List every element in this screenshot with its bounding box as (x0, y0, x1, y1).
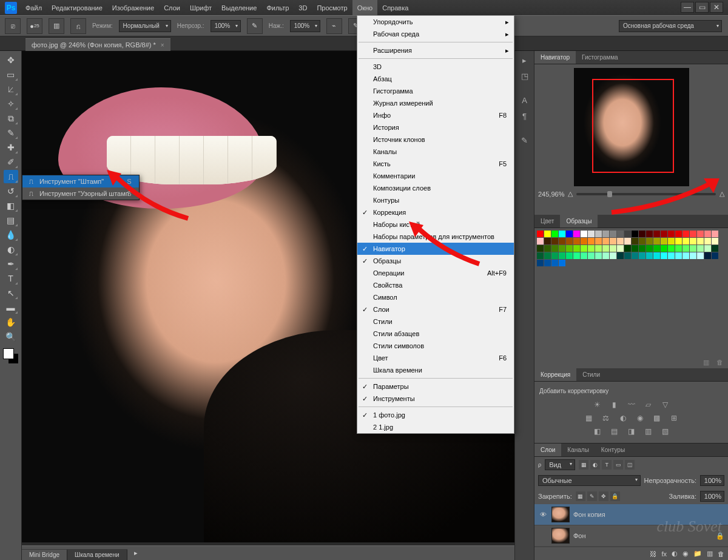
adj-curves-icon[interactable]: 〰 (626, 399, 637, 410)
swatch[interactable] (551, 238, 558, 245)
adj-lookup-icon[interactable]: ⊞ (669, 413, 679, 423)
quick-select-tool[interactable]: ✧ (4, 97, 18, 110)
swatch[interactable] (632, 238, 638, 245)
swatch[interactable] (544, 260, 551, 266)
tab-swatches[interactable]: Образцы (560, 215, 598, 228)
navigator-preview[interactable] (574, 68, 689, 186)
swatch[interactable] (573, 231, 580, 237)
menu-item[interactable]: История (357, 121, 514, 133)
crop-tool[interactable]: ⧉ (4, 112, 18, 125)
brush-panel-icon[interactable]: ▥ (49, 18, 64, 34)
menu-item[interactable]: ✓Параметры (357, 380, 514, 393)
pen-tool[interactable]: ✒ (4, 257, 18, 271)
menu-просмотр[interactable]: Просмотр (312, 0, 352, 15)
tab-paths[interactable]: Контуры (595, 444, 631, 456)
swatch[interactable] (581, 231, 587, 237)
swatch[interactable] (682, 238, 689, 245)
swatch[interactable] (646, 245, 653, 252)
menu-шрифт[interactable]: Шрифт (185, 0, 217, 15)
color-swatches[interactable] (3, 348, 19, 364)
swatch[interactable] (588, 238, 595, 245)
swatch[interactable] (712, 238, 718, 245)
menu-item[interactable]: Расширения▸ (357, 44, 514, 56)
hand-tool[interactable]: ✋ (4, 315, 18, 329)
layer-row[interactable]: Фон🔒 (534, 525, 728, 547)
eyedropper-tool[interactable]: ✎ (4, 126, 18, 140)
swatch[interactable] (610, 252, 616, 259)
swatch[interactable] (712, 245, 718, 252)
swatch[interactable] (588, 245, 595, 252)
path-select-tool[interactable]: ↖ (4, 286, 18, 300)
tab-navigator[interactable]: Навигатор (534, 51, 576, 64)
lock-pixels-icon[interactable]: ✎ (587, 491, 597, 501)
opacity-select[interactable]: 100% (211, 20, 241, 32)
swatch[interactable] (624, 238, 631, 245)
swatch[interactable] (624, 231, 631, 237)
fill-value[interactable]: 100% (700, 491, 724, 502)
menu-слои[interactable]: Слои (159, 0, 185, 15)
adj-selective-icon[interactable]: ▧ (660, 426, 671, 437)
menu-item[interactable]: ✓1 фото.jpg (357, 409, 514, 421)
swatch[interactable] (573, 238, 580, 245)
workspace-select[interactable]: Основная рабочая среда (619, 20, 722, 32)
menu-окно[interactable]: Окно (352, 0, 378, 15)
menu-item[interactable]: Упорядочить▸ (357, 16, 514, 28)
swatch[interactable] (682, 231, 689, 237)
menu-изображение[interactable]: Изображение (107, 0, 159, 15)
swatch[interactable] (566, 245, 573, 252)
menu-item[interactable]: ✓Коррекция (357, 206, 514, 218)
swatch[interactable] (639, 252, 645, 259)
swatch[interactable] (610, 245, 616, 252)
menu-item[interactable]: Символ (357, 291, 514, 303)
swatch[interactable] (675, 245, 682, 252)
minimize-button[interactable]: — (681, 2, 694, 13)
zoom-in-icon[interactable]: △ (720, 190, 724, 198)
swatch[interactable] (544, 245, 551, 252)
status-arrow-icon[interactable]: ▸ (134, 549, 138, 557)
tab-layers[interactable]: Слои (534, 444, 561, 456)
adj-layer-icon[interactable]: ◉ (682, 550, 689, 558)
lock-trans-icon[interactable]: ▦ (576, 491, 585, 501)
swatch[interactable] (559, 245, 565, 252)
swatch[interactable] (602, 252, 609, 259)
adj-gradient-icon[interactable]: ▥ (643, 426, 654, 437)
swatch[interactable] (704, 231, 711, 237)
adj-balance-icon[interactable]: ⚖ (601, 413, 612, 423)
swatch[interactable] (537, 252, 544, 259)
menu-item[interactable]: ОперацииAlt+F9 (357, 267, 514, 279)
menu-item[interactable]: Журнал измерений (357, 97, 514, 109)
adj-invert-icon[interactable]: ◧ (592, 426, 603, 437)
swatch[interactable] (682, 245, 689, 252)
swatch[interactable] (639, 238, 645, 245)
swatch[interactable] (617, 231, 624, 237)
adj-hue-icon[interactable]: ▦ (584, 413, 595, 423)
swatch[interactable] (624, 245, 631, 252)
menu-фильтр[interactable]: Фильтр (261, 0, 294, 15)
adj-threshold-icon[interactable]: ◨ (626, 426, 637, 437)
gradient-tool[interactable]: ▤ (4, 214, 18, 227)
menu-item[interactable]: Наборы кистей (357, 218, 514, 231)
tab-styles[interactable]: Стили (576, 368, 606, 381)
menu-item[interactable]: ✓Инструменты (357, 393, 514, 405)
adj-bw-icon[interactable]: ◐ (618, 413, 629, 423)
menu-item[interactable]: Стили (357, 315, 514, 328)
swatch[interactable] (675, 252, 682, 259)
close-tab-icon[interactable]: × (161, 42, 164, 49)
swatch[interactable] (697, 252, 704, 259)
new-layer-icon[interactable]: ▥ (707, 550, 713, 558)
swatch[interactable] (544, 231, 551, 237)
swatch[interactable] (595, 252, 602, 259)
swatch[interactable] (661, 245, 667, 252)
shape-tool[interactable]: ▬ (4, 301, 18, 314)
lock-pos-icon[interactable]: ✥ (599, 491, 608, 501)
swatch[interactable] (573, 245, 580, 252)
link-layers-icon[interactable]: ⛓ (650, 550, 656, 558)
swatch[interactable] (588, 252, 595, 259)
layer-thumbnail[interactable] (551, 507, 570, 522)
swatch[interactable] (653, 231, 660, 237)
document-tab[interactable]: фото.jpg @ 246% (Фон копия, RGB/8#) * × (25, 38, 170, 51)
swatch[interactable] (537, 231, 544, 237)
menu-item[interactable]: КистьF5 (357, 158, 514, 170)
opacity-value-layers[interactable]: 100% (700, 475, 724, 486)
swatch[interactable] (661, 231, 667, 237)
